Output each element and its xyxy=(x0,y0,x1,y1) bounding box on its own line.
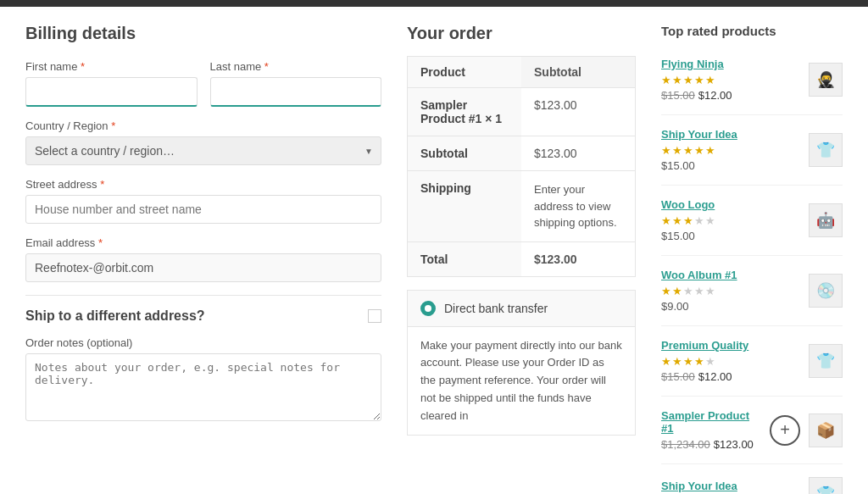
star-icon: ★ xyxy=(661,355,671,368)
product-price: $15.00 xyxy=(661,159,800,172)
order-subtotal-value: $123.00 xyxy=(521,136,636,171)
email-group: Email address * xyxy=(25,236,381,282)
old-price: $1,234.00 xyxy=(661,438,710,451)
order-title: Your order xyxy=(407,24,636,43)
star-icon: ★ xyxy=(705,214,715,227)
product-stars: ★★★★★ xyxy=(661,285,800,297)
product-name[interactable]: Ship Your Idea xyxy=(661,128,800,141)
order-total-row: Total $123.00 xyxy=(408,241,636,276)
country-select[interactable]: Select a country / region… xyxy=(25,136,381,165)
ship-different-checkbox[interactable] xyxy=(368,309,381,323)
billing-section: Billing details First name * Last name *… xyxy=(25,24,381,494)
star-icon: ★ xyxy=(694,74,704,86)
product-name[interactable]: Woo Album #1 xyxy=(661,269,800,281)
product-list: Flying Ninja★★★★★$15.00$12.00🥷Ship Your … xyxy=(661,58,843,494)
product-stars: ★★★★★ xyxy=(661,355,800,368)
star-icon: ★ xyxy=(705,74,715,86)
product-thumbnail: 🤖 xyxy=(809,203,843,237)
name-row: First name * Last name * xyxy=(25,60,381,107)
country-group: Country / Region * Select a country / re… xyxy=(25,119,381,165)
street-input[interactable] xyxy=(25,195,381,224)
payment-radio-icon xyxy=(420,301,436,316)
sidebar-product-item: Ship Your Idea$20.00👕 xyxy=(661,477,843,494)
star-icon: ★ xyxy=(672,214,682,227)
star-icon: ★ xyxy=(683,74,693,86)
product-info: Ship Your Idea$20.00 xyxy=(661,480,800,494)
ship-different-label: Ship to a different address? xyxy=(25,308,205,324)
star-icon: ★ xyxy=(705,355,715,368)
payment-label: Direct bank transfer xyxy=(444,302,548,315)
sidebar-product-item: Woo Album #1★★★★★$9.00💿 xyxy=(661,269,843,326)
product-info: Woo Logo★★★★★$15.00 xyxy=(661,198,800,242)
product-info: Sampler Product #1$1,234.00$123.00 xyxy=(661,409,761,451)
add-to-cart-button[interactable]: + xyxy=(770,415,800,446)
main-container: Billing details First name * Last name *… xyxy=(0,7,868,494)
product-stars: ★★★★★ xyxy=(661,144,800,157)
old-price: $15.00 xyxy=(661,89,695,102)
order-subtotal-row: Subtotal $123.00 xyxy=(408,136,636,171)
product-price: $15.00 xyxy=(661,230,800,242)
order-total-label: Total xyxy=(408,241,522,276)
last-name-input[interactable] xyxy=(210,77,382,107)
product-thumbnail: 💿 xyxy=(809,274,843,308)
order-product-amount: $123.00 xyxy=(521,88,636,136)
payment-option[interactable]: Direct bank transfer xyxy=(408,291,635,327)
product-name[interactable]: Ship Your Idea xyxy=(661,480,800,492)
star-icon: ★ xyxy=(672,144,682,157)
product-stars: ★★★★★ xyxy=(661,214,800,227)
product-info: Woo Album #1★★★★★$9.00 xyxy=(661,269,800,313)
star-icon: ★ xyxy=(661,144,671,157)
first-name-group: First name * xyxy=(25,60,198,107)
first-name-input[interactable] xyxy=(25,77,198,107)
top-bar xyxy=(0,0,868,7)
product-info: Flying Ninja★★★★★$15.00$12.00 xyxy=(661,58,800,102)
email-input[interactable] xyxy=(25,253,381,282)
order-notes-label: Order notes (optional) xyxy=(25,336,381,349)
product-price: $9.00 xyxy=(661,300,800,313)
email-label: Email address * xyxy=(25,236,381,249)
street-group: Street address * xyxy=(25,178,381,224)
order-subtotal-label: Subtotal xyxy=(408,136,522,171)
sidebar-product-item: Flying Ninja★★★★★$15.00$12.00🥷 xyxy=(661,58,843,115)
order-product-name: Sampler Product #1 × 1 xyxy=(408,88,522,136)
star-icon: ★ xyxy=(705,285,715,297)
product-name[interactable]: Sampler Product #1 xyxy=(661,409,761,435)
new-price: $123.00 xyxy=(714,438,754,451)
order-shipping-value: Enter your address to view shipping opti… xyxy=(521,171,636,242)
order-section: Your order Product Subtotal Sampler Prod… xyxy=(407,24,636,494)
star-icon: ★ xyxy=(683,355,693,368)
star-icon: ★ xyxy=(672,74,682,86)
product-thumbnail: 👕 xyxy=(809,477,843,494)
star-icon: ★ xyxy=(694,144,704,157)
order-notes-textarea[interactable] xyxy=(25,353,381,421)
sidebar-product-item: Sampler Product #1$1,234.00$123.00+📦 xyxy=(661,409,843,464)
payment-box: Direct bank transfer Make your payment d… xyxy=(407,290,636,436)
billing-title: Billing details xyxy=(25,24,381,43)
star-icon: ★ xyxy=(683,285,693,297)
product-info: Ship Your Idea★★★★★$15.00 xyxy=(661,128,800,172)
product-name[interactable]: Flying Ninja xyxy=(661,58,800,70)
product-name[interactable]: Woo Logo xyxy=(661,198,800,211)
product-name[interactable]: Premium Quality xyxy=(661,339,800,352)
order-product-row: Sampler Product #1 × 1 $123.00 xyxy=(408,88,636,136)
single-price: $15.00 xyxy=(661,159,695,172)
col-subtotal: Subtotal xyxy=(521,57,636,88)
single-price: $9.00 xyxy=(661,300,689,313)
sidebar-product-item: Ship Your Idea★★★★★$15.00👕 xyxy=(661,128,843,186)
ship-different-section: Ship to a different address? xyxy=(25,295,381,324)
product-thumbnail: 📦 xyxy=(809,414,843,447)
star-icon: ★ xyxy=(683,214,693,227)
order-total-value: $123.00 xyxy=(521,241,636,276)
order-shipping-label: Shipping xyxy=(408,171,522,242)
star-icon: ★ xyxy=(694,214,704,227)
last-name-group: Last name * xyxy=(210,60,382,107)
country-select-wrapper: Select a country / region… xyxy=(25,136,381,165)
star-icon: ★ xyxy=(683,144,693,157)
order-shipping-row: Shipping Enter your address to view ship… xyxy=(408,171,636,242)
order-notes-section: Order notes (optional) xyxy=(25,336,381,424)
col-product: Product xyxy=(408,57,522,88)
sidebar-product-item: Premium Quality★★★★★$15.00$12.00👕 xyxy=(661,339,843,397)
star-icon: ★ xyxy=(661,214,671,227)
payment-description: Make your payment directly into our bank… xyxy=(408,327,635,436)
old-price: $15.00 xyxy=(661,370,695,383)
